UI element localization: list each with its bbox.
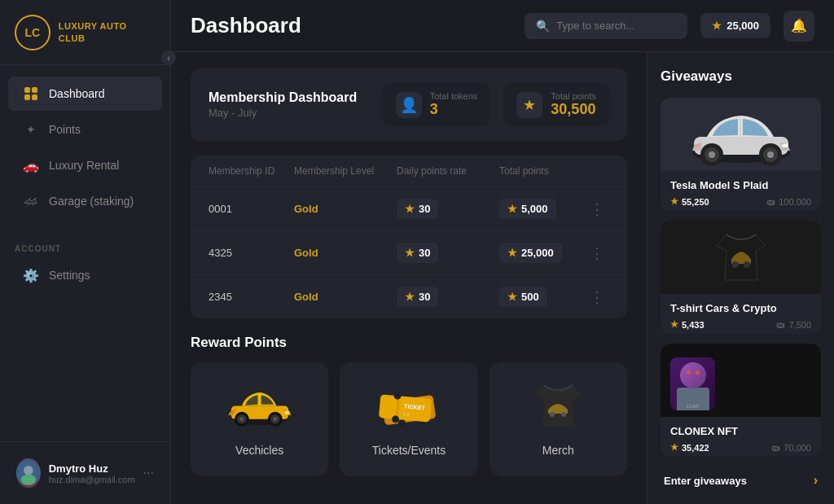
settings-icon: ⚙️	[23, 267, 39, 283]
yellow-car-svg	[223, 381, 296, 434]
sidebar-item-dashboard[interactable]: Dashboard	[8, 77, 162, 111]
rate-chip-1: ★ 30	[397, 199, 438, 219]
merch-label: Merch	[542, 444, 574, 457]
search-icon: 🔍	[536, 20, 550, 33]
clonex-stats: ★ 35,422 🎟 70,000	[670, 442, 811, 453]
svg-point-38	[732, 261, 739, 268]
app-name: Luxury Auto Club	[59, 20, 156, 44]
svg-point-32	[709, 151, 715, 158]
star-icon-row2: ★	[405, 247, 415, 259]
user-profile[interactable]: Dmytro Huz huz.dima@gmail.com ···	[10, 452, 160, 494]
clonex-current: ★ 35,422	[670, 442, 709, 453]
giveaway-card-tesla[interactable]: Tesla Model S Plaid ★ 55,250 🎟 100,000	[661, 98, 821, 211]
search-bar[interactable]: 🔍	[525, 13, 687, 39]
rate-chip-2: ★ 30	[397, 243, 438, 263]
svg-point-7	[239, 417, 244, 421]
tokens-icon: 👤	[396, 92, 422, 118]
table-row: 4325 Gold ★ 30 ★ 25,000 ⋮	[191, 231, 627, 275]
sidebar-item-luxury-rental[interactable]: 🚗 Luxury Rental	[8, 148, 162, 182]
avatar	[16, 458, 41, 488]
star-icon-pts3: ★	[507, 291, 517, 303]
row2-menu[interactable]: ⋮	[585, 244, 609, 262]
tesla-car-svg	[676, 98, 806, 171]
star-icon-tesla: ★	[670, 196, 678, 207]
giveaway-card-tshirt[interactable]: T-shirt Cars & Crypto ★ 5,433 🎟 7,500	[661, 221, 821, 334]
svg-rect-36	[782, 144, 788, 147]
giveaway-card-clonex[interactable]: CLNX CLONEX NFT ★ 35,422 🎟 70,000	[661, 344, 821, 457]
total-points-block: ★ Total points 30,500	[503, 83, 609, 126]
tokens-info: Total tokens 3	[430, 91, 478, 118]
tesla-name: Tesla Model S Plaid	[670, 179, 811, 191]
tshirt-current: ★ 5,433	[670, 319, 705, 330]
clonex-name: CLONEX NFT	[670, 425, 811, 437]
svg-point-39	[744, 261, 750, 268]
garage-icon: 🏎	[23, 193, 39, 209]
row3-rate: ★ 30	[397, 287, 499, 307]
bell-button[interactable]: 🔔	[784, 11, 814, 42]
page-title: Dashboard	[191, 13, 511, 38]
points-icon: ✦	[23, 121, 39, 138]
table-row: 0001 Gold ★ 30 ★ 5,000 ⋮	[191, 187, 627, 231]
membership-header: Membership Dashboard May - July 👤 Total …	[191, 68, 627, 141]
reward-card-merch[interactable]: Merch	[489, 362, 627, 476]
bell-icon: 🔔	[791, 18, 807, 33]
user-name: Dmytro Huz	[49, 462, 135, 475]
ticket-icon-tshirt: 🎟	[776, 320, 785, 330]
row2-id: 4325	[208, 247, 294, 259]
chevron-right-icon: ›	[814, 473, 818, 488]
tickets-image: TICKET × 2 TICKET ×	[372, 379, 446, 436]
table-header: Membership ID Membership Level Daily poi…	[191, 156, 627, 187]
reward-points-section: Reward Points	[191, 335, 627, 476]
sidebar-item-luxury-rental-label: Luxury Rental	[49, 159, 119, 172]
vehicles-label: Vechicles	[235, 444, 283, 457]
star-icon-row1: ★	[405, 203, 415, 215]
points-star-icon: ★	[516, 92, 542, 118]
logo-icon: LC	[15, 15, 50, 50]
tesla-current: ★ 55,250	[670, 196, 709, 207]
logo-area: LC Luxury Auto Club	[0, 0, 170, 65]
sidebar-item-points[interactable]: ✦ Points	[8, 112, 162, 147]
tickets-label: Tickets/Events	[372, 444, 446, 457]
row1-rate: ★ 30	[397, 199, 499, 219]
svg-point-24	[550, 412, 555, 417]
user-more-button[interactable]: ···	[143, 466, 154, 480]
sidebar-item-garage[interactable]: 🏎 Garage (staking)	[8, 184, 162, 218]
sidebar-collapse-button[interactable]: ‹	[161, 50, 176, 65]
tesla-image	[661, 98, 821, 171]
tshirt-image	[661, 221, 821, 294]
user-info: Dmytro Huz huz.dima@gmail.com	[49, 462, 135, 484]
membership-title-block: Membership Dashboard May - July	[208, 90, 370, 119]
col-id: Membership ID	[208, 165, 294, 177]
sidebar-item-dashboard-label: Dashboard	[49, 87, 105, 100]
svg-point-1	[24, 466, 33, 476]
row1-points: ★ 5,000	[499, 199, 585, 219]
total-tokens-block: 👤 Total tokens 3	[383, 83, 491, 126]
svg-point-10	[273, 417, 277, 421]
col-total-points: Total points	[499, 165, 585, 177]
clonex-image: CLNX	[661, 344, 821, 417]
enter-giveaways-button[interactable]: Enter giveaways ›	[661, 467, 821, 488]
points-chip-3: ★ 500	[499, 287, 547, 307]
membership-date: May - July	[208, 107, 370, 119]
points-info: Total points 30,500	[551, 91, 596, 118]
tshirt-max: 🎟 7,500	[776, 320, 811, 330]
tesla-info: Tesla Model S Plaid ★ 55,250 🎟 100,000	[661, 171, 821, 211]
clonex-max: 🎟 70,000	[771, 443, 811, 453]
tshirt-name: T-shirt Cars & Crypto	[670, 302, 811, 314]
row3-menu[interactable]: ⋮	[585, 288, 609, 306]
ticket-svg: TICKET × 2 TICKET ×	[372, 381, 446, 434]
sidebar-item-settings[interactable]: ⚙️ Settings	[8, 258, 162, 292]
reward-points-title: Reward Points	[191, 335, 627, 351]
tokens-label: Total tokens	[430, 91, 478, 101]
rate-chip-3: ★ 30	[397, 287, 438, 307]
membership-dashboard-title: Membership Dashboard	[208, 90, 370, 105]
star-icon-clonex: ★	[670, 442, 678, 453]
reward-card-tickets[interactable]: TICKET × 2 TICKET ×	[340, 362, 477, 476]
row1-menu[interactable]: ⋮	[585, 200, 609, 218]
search-input[interactable]	[556, 20, 678, 32]
svg-text:× 2: × 2	[403, 411, 410, 417]
reward-card-vehicles[interactable]: Vechicles	[191, 362, 328, 476]
sidebar-item-settings-label: Settings	[49, 269, 90, 282]
svg-rect-37	[694, 144, 700, 147]
sidebar: LC Luxury Auto Club Dashboard ✦ Points 🚗…	[0, 0, 171, 504]
